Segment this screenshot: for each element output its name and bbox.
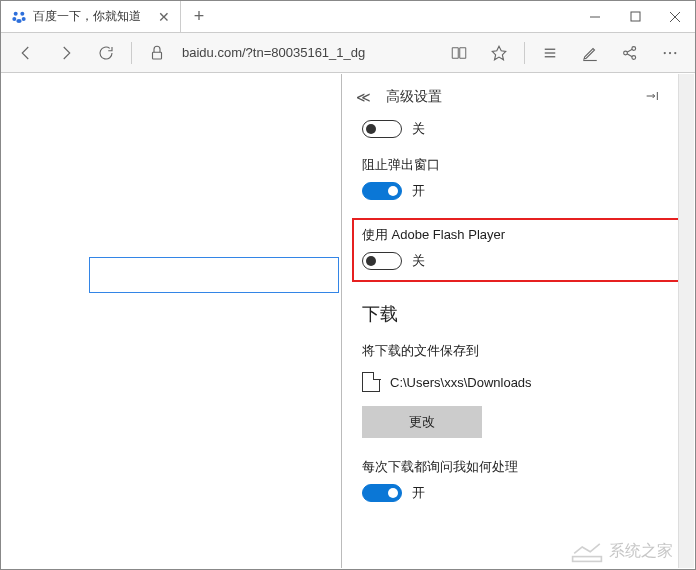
settings-panel: ≪ 高级设置 关 阻止弹出窗口 开 使用 Adobe <box>341 74 678 568</box>
setting-ask-each: 每次下载都询问我如何处理 开 <box>362 458 658 502</box>
toggle-popup[interactable] <box>362 182 402 200</box>
download-path-label: 将下载的文件保存到 <box>362 342 658 360</box>
notes-icon[interactable] <box>571 34 609 72</box>
svg-point-2 <box>12 17 16 21</box>
change-button[interactable]: 更改 <box>362 406 482 438</box>
separator <box>131 42 132 64</box>
pin-icon[interactable] <box>644 88 664 107</box>
tab-title: 百度一下，你就知道 <box>33 8 141 25</box>
tab-close-icon[interactable]: ✕ <box>158 9 170 25</box>
svg-point-17 <box>632 55 636 59</box>
flash-label: 使用 Adobe Flash Player <box>362 226 672 244</box>
toggle-state: 关 <box>412 252 425 270</box>
forward-button[interactable] <box>47 34 85 72</box>
window-controls <box>575 1 695 32</box>
svg-rect-9 <box>153 52 162 59</box>
svg-line-18 <box>627 49 632 52</box>
svg-line-19 <box>627 53 632 56</box>
svg-marker-10 <box>492 46 506 60</box>
lock-icon[interactable] <box>138 34 176 72</box>
svg-point-22 <box>674 51 676 53</box>
titlebar: 百度一下，你就知道 ✕ + <box>1 1 695 33</box>
search-input[interactable] <box>89 257 339 293</box>
download-path-row: C:\Users\xxs\Downloads <box>362 372 658 392</box>
svg-point-3 <box>22 17 26 21</box>
share-icon[interactable] <box>611 34 649 72</box>
panel-body: 关 阻止弹出窗口 开 使用 Adobe Flash Player 关 <box>342 120 678 568</box>
toolbar: baidu.com/?tn=80035161_1_dg <box>1 33 695 73</box>
setting-first: 关 <box>362 120 658 138</box>
close-button[interactable] <box>655 1 695 32</box>
folder-icon <box>362 372 380 392</box>
baidu-favicon <box>11 9 27 25</box>
setting-popup: 阻止弹出窗口 开 <box>362 156 658 200</box>
panel-scrollbar[interactable] <box>678 74 694 568</box>
refresh-button[interactable] <box>87 34 125 72</box>
hub-icon[interactable] <box>531 34 569 72</box>
highlight-annotation: 使用 Adobe Flash Player 关 <box>352 218 678 282</box>
address-bar[interactable]: baidu.com/?tn=80035161_1_dg <box>178 45 396 60</box>
separator <box>524 42 525 64</box>
svg-point-21 <box>669 51 671 53</box>
panel-title: 高级设置 <box>386 88 644 106</box>
download-section-title: 下载 <box>362 302 658 326</box>
svg-point-20 <box>664 51 666 53</box>
panel-header: ≪ 高级设置 <box>342 74 678 120</box>
toggle-state: 开 <box>412 182 425 200</box>
svg-point-16 <box>632 46 636 50</box>
ask-each-label: 每次下载都询问我如何处理 <box>362 458 658 476</box>
download-path: C:\Users\xxs\Downloads <box>390 375 532 390</box>
maximize-button[interactable] <box>615 1 655 32</box>
svg-point-4 <box>16 19 21 23</box>
content-area: Ba ≪ 高级设置 关 阻止弹出窗口 开 <box>2 74 694 568</box>
minimize-button[interactable] <box>575 1 615 32</box>
svg-point-0 <box>14 11 18 15</box>
reading-view-icon[interactable] <box>440 34 478 72</box>
browser-tab[interactable]: 百度一下，你就知道 ✕ <box>1 1 181 32</box>
popup-label: 阻止弹出窗口 <box>362 156 658 174</box>
toggle-state: 开 <box>412 484 425 502</box>
svg-rect-6 <box>631 12 640 21</box>
panel-back-icon[interactable]: ≪ <box>356 89 376 105</box>
toggle-ask-each[interactable] <box>362 484 402 502</box>
svg-point-1 <box>20 11 24 15</box>
back-button[interactable] <box>7 34 45 72</box>
toggle-flash[interactable] <box>362 252 402 270</box>
toggle-first[interactable] <box>362 120 402 138</box>
favorites-icon[interactable] <box>480 34 518 72</box>
svg-point-15 <box>624 51 628 55</box>
toggle-state: 关 <box>412 120 425 138</box>
more-icon[interactable] <box>651 34 689 72</box>
new-tab-button[interactable]: + <box>181 1 217 32</box>
